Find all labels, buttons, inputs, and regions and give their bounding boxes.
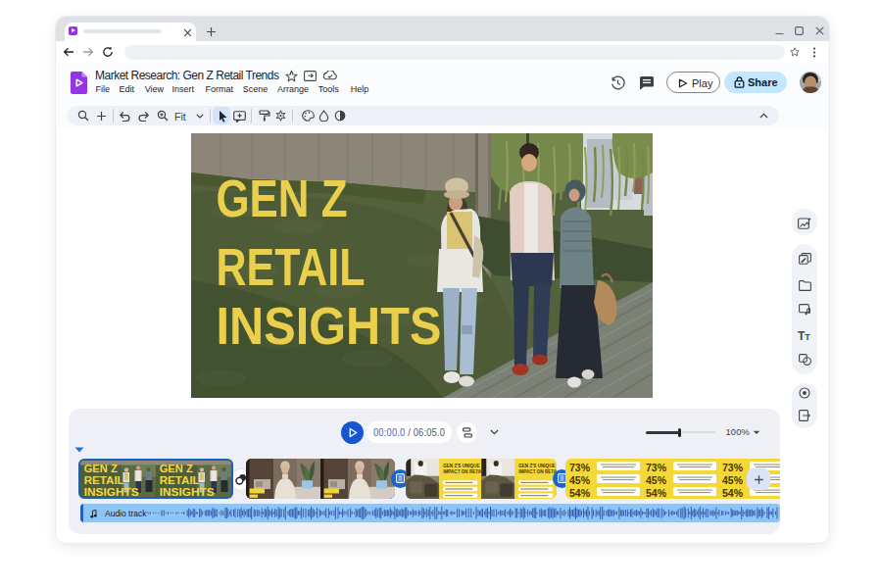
svg-text:RETAIL: RETAIL <box>217 237 366 296</box>
svg-text:INSIGHTS: INSIGHTS <box>217 296 442 355</box>
svg-text:GEN Z: GEN Z <box>217 169 348 227</box>
